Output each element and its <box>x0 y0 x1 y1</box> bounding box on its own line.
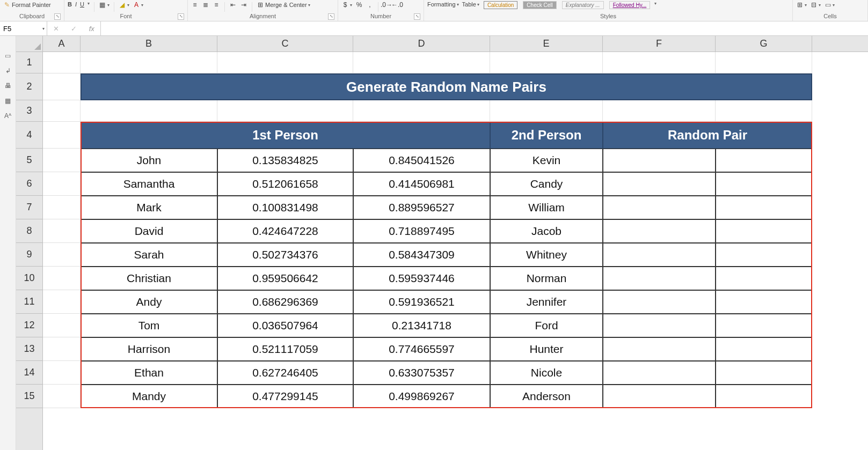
align-right-button[interactable]: ≡ <box>213 1 220 9</box>
group-label-cells: Cells <box>823 13 836 19</box>
increase-decimal-icon: .0→ <box>383 1 390 9</box>
border-icon: ▦ <box>99 1 106 9</box>
format-painter-label: Format Painter <box>12 2 51 8</box>
indent-decrease-icon: ⇤ <box>229 1 237 9</box>
cell-style-check[interactable]: Check Cell <box>523 1 556 9</box>
percent-button[interactable]: % <box>355 1 363 9</box>
align-right-icon: ≡ <box>213 1 220 9</box>
group-label-number: Number <box>370 13 391 19</box>
formula-input[interactable] <box>101 25 868 33</box>
percent-icon: % <box>355 1 363 9</box>
bold-button[interactable]: B <box>68 1 72 8</box>
table-label: Table <box>462 1 476 8</box>
bucket-icon: ◢ <box>119 1 126 9</box>
indent-increase-button[interactable]: ⇥ <box>240 1 247 9</box>
comma-button[interactable]: , <box>366 1 374 9</box>
name-box[interactable]: ▾ <box>0 21 47 35</box>
format-as-table-button[interactable]: Table▾ <box>462 1 479 8</box>
ribbon-group-alignment: ≡ ≣ ≡ ⇤ ⇥ ⊞ Merge & Center ▾ Alignment⤡ <box>188 0 338 21</box>
insert-cells-button[interactable]: ⊞▾ <box>796 1 807 9</box>
ribbon-group-clipboard: ✎ Format Painter Clipboard⤡ <box>0 0 64 21</box>
ribbon: ✎ Format Painter Clipboard⤡ B I U ▾ ▦▾ ◢… <box>0 0 868 21</box>
ribbon-group-cells: ⊞▾ ⊟▾ ▭▾ Cells <box>793 0 868 21</box>
align-left-button[interactable]: ≡ <box>191 1 199 9</box>
format-painter-button[interactable]: ✎ Format Painter <box>3 1 51 9</box>
group-label-clipboard: Clipboard <box>19 13 45 19</box>
formula-bar: ▾ ✕ ✓ fx <box>0 21 868 36</box>
number-launcher-icon[interactable]: ⤡ <box>414 13 420 20</box>
borders-button[interactable]: ▦▾ <box>99 1 110 9</box>
currency-icon: $ <box>341 1 349 9</box>
font-launcher-icon[interactable]: ⤡ <box>178 13 184 20</box>
insert-icon: ⊞ <box>796 1 804 9</box>
clipboard-launcher-icon[interactable]: ⤡ <box>54 13 61 20</box>
chevron-down-icon[interactable]: ▾ <box>42 26 45 31</box>
italic-button[interactable]: I <box>75 1 77 8</box>
format-icon: ▭ <box>824 1 831 9</box>
chevron-down-icon[interactable]: ▾ <box>87 1 90 6</box>
ribbon-group-font: B I U ▾ ▦▾ ◢▾ A▾ Font⤡ <box>64 0 188 21</box>
enter-icon[interactable]: ✓ <box>71 25 77 33</box>
group-label-styles: Styles <box>600 13 616 19</box>
delete-cells-button[interactable]: ⊟▾ <box>810 1 821 9</box>
formatting-label: Formatting <box>427 1 456 8</box>
underline-button[interactable]: U <box>80 1 84 8</box>
ribbon-group-styles: Formatting▾ Table▾ Calculation Check Cel… <box>424 0 793 21</box>
group-label-font: Font <box>120 13 132 19</box>
paintbrush-icon: ✎ <box>3 1 11 9</box>
align-center-icon: ≣ <box>202 1 209 9</box>
indent-increase-icon: ⇥ <box>240 1 247 9</box>
cancel-icon[interactable]: ✕ <box>53 25 59 33</box>
delete-icon: ⊟ <box>810 1 818 9</box>
conditional-formatting-button[interactable]: Formatting▾ <box>427 1 459 8</box>
align-left-icon: ≡ <box>191 1 199 9</box>
comma-icon: , <box>366 1 374 9</box>
ribbon-group-number: $▾ % , .0→ ←.0 Number⤡ <box>338 0 424 21</box>
merge-center-button[interactable]: ⊞ Merge & Center ▾ <box>257 1 310 9</box>
align-center-button[interactable]: ≣ <box>202 1 209 9</box>
increase-decimal-button[interactable]: .0→ <box>383 1 390 9</box>
fill-color-button[interactable]: ◢▾ <box>119 1 129 9</box>
decrease-decimal-icon: ←.0 <box>393 1 401 9</box>
formula-input-wrap[interactable] <box>101 21 868 35</box>
fx-icon[interactable]: fx <box>89 25 94 33</box>
cell-style-explanatory[interactable]: Explanatory ... <box>562 1 604 9</box>
format-cells-button[interactable]: ▭▾ <box>824 1 835 9</box>
cell-style-calculation[interactable]: Calculation <box>484 1 517 9</box>
indent-decrease-button[interactable]: ⇤ <box>229 1 237 9</box>
cell-style-hyperlink[interactable]: Followed Hy... <box>609 1 651 9</box>
font-color-icon: A <box>133 1 140 9</box>
alignment-launcher-icon[interactable]: ⤡ <box>328 13 334 20</box>
merge-center-label: Merge & Center <box>265 2 307 8</box>
merge-icon: ⊞ <box>257 1 264 9</box>
currency-button[interactable]: $▾ <box>341 1 352 9</box>
formula-bar-buttons: ✕ ✓ fx <box>47 21 101 35</box>
name-box-input[interactable] <box>3 25 43 33</box>
font-color-button[interactable]: A▾ <box>133 1 143 9</box>
decrease-decimal-button[interactable]: ←.0 <box>393 1 401 9</box>
styles-more-button[interactable]: ▾ <box>654 1 657 6</box>
group-label-alignment: Alignment <box>250 13 276 19</box>
